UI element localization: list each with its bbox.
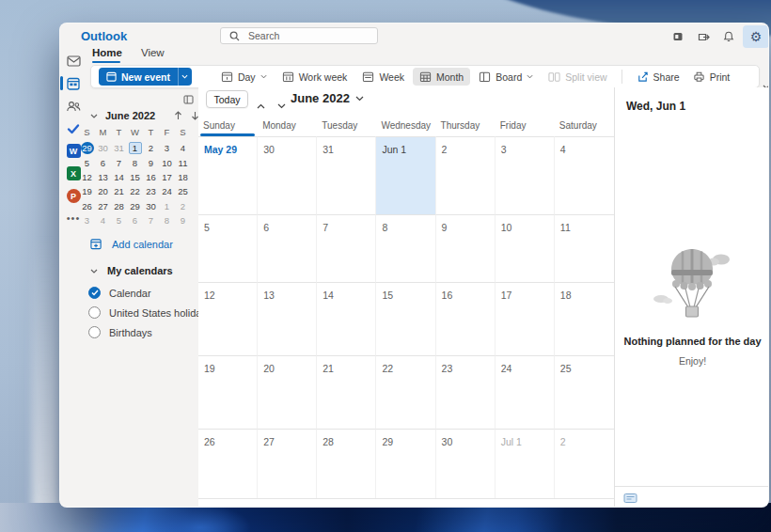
next-period-icon[interactable] — [277, 96, 286, 113]
calendar-cell[interactable]: 5 — [198, 214, 258, 282]
calendar-cell[interactable]: 13 — [258, 282, 317, 355]
calendar-cell[interactable]: 24 — [496, 355, 555, 429]
calendar-cell[interactable]: 29 — [376, 429, 435, 498]
mini-day[interactable]: 27 — [97, 200, 110, 213]
calendar-cell[interactable]: 2 — [436, 136, 496, 214]
agenda-footer-icon[interactable] — [623, 493, 637, 504]
mini-day[interactable]: 7 — [113, 156, 126, 169]
mini-day[interactable]: 28 — [113, 200, 126, 213]
calendar-cell[interactable]: May 29 — [198, 136, 258, 214]
share-button[interactable]: Share — [630, 68, 686, 86]
calendar-cell[interactable]: 21 — [317, 355, 376, 429]
mini-day[interactable]: 1 — [129, 142, 142, 155]
calendar-cell[interactable]: 23 — [436, 355, 496, 429]
unchecked-circle-icon[interactable] — [88, 306, 101, 319]
view-work-week-button[interactable]: Work week — [275, 68, 354, 86]
tab-view[interactable]: View — [141, 47, 165, 63]
mini-day[interactable]: 8 — [161, 214, 174, 227]
calendar-cell[interactable]: 28 — [317, 429, 376, 498]
calendar-list-item[interactable]: Birthdays — [88, 322, 197, 342]
mini-day[interactable]: 11 — [177, 156, 190, 169]
feedback-icon[interactable] — [692, 25, 715, 48]
mini-day[interactable]: 25 — [177, 185, 190, 198]
calendar-cell[interactable]: Jul 1 — [496, 429, 555, 498]
rail-people-icon[interactable] — [60, 95, 87, 117]
calendar-cell[interactable]: 18 — [555, 282, 614, 355]
view-week-button[interactable]: Week — [355, 68, 411, 86]
view-day-button[interactable]: Day — [214, 68, 274, 86]
calendar-cell[interactable]: 25 — [555, 355, 614, 429]
mini-day[interactable]: 4 — [97, 214, 110, 227]
calendar-cell[interactable]: 22 — [376, 355, 435, 429]
calendar-cell[interactable]: 30 — [436, 429, 496, 498]
calendar-cell[interactable]: 19 — [198, 355, 258, 429]
mini-day[interactable]: 13 — [97, 171, 110, 184]
month-picker[interactable]: June 2022 — [291, 91, 364, 105]
mini-day[interactable]: 30 — [145, 200, 158, 213]
mini-day[interactable]: 2 — [177, 200, 190, 213]
calendar-cell[interactable]: 17 — [496, 282, 555, 355]
calendar-cell[interactable]: 15 — [376, 282, 435, 355]
my-calendars-group[interactable]: My calendars — [90, 265, 173, 276]
mini-day[interactable]: 15 — [129, 171, 142, 184]
mini-day[interactable]: 9 — [177, 214, 190, 227]
calendar-cell[interactable]: 20 — [258, 355, 317, 429]
add-calendar-button[interactable]: Add calendar — [90, 238, 173, 250]
calendar-cell[interactable]: 16 — [436, 282, 496, 355]
unchecked-circle-icon[interactable] — [88, 326, 101, 338]
calendar-cell[interactable]: 14 — [317, 282, 376, 355]
mini-day[interactable]: 29 — [129, 200, 142, 213]
calendar-cell[interactable]: 30 — [258, 136, 317, 214]
calendar-list-item[interactable]: United States holidays — [88, 303, 197, 322]
mini-day[interactable]: 8 — [129, 156, 142, 169]
chevron-down-icon[interactable] — [90, 114, 98, 118]
previous-period-icon[interactable] — [257, 96, 265, 113]
calendar-list-item[interactable]: Calendar — [88, 283, 197, 303]
calendar-cell[interactable]: 8 — [376, 214, 435, 282]
mini-day[interactable]: 23 — [145, 185, 158, 198]
collapse-pane-icon[interactable] — [183, 91, 194, 108]
settings-icon[interactable]: ⚙ — [743, 25, 769, 48]
calendar-cell[interactable]: 27 — [258, 429, 317, 498]
calendar-cell[interactable]: 11 — [555, 214, 614, 282]
rail-calendar-icon[interactable] — [60, 72, 87, 94]
view-split-view-button[interactable]: Split view — [542, 68, 613, 86]
new-event-dropdown[interactable] — [178, 68, 192, 86]
calendar-cell[interactable]: 9 — [436, 214, 496, 282]
today-button[interactable]: Today — [206, 90, 248, 108]
calendar-cell[interactable]: 31 — [317, 136, 376, 214]
calendar-cell[interactable]: 12 — [198, 282, 258, 355]
checked-circle-icon[interactable] — [88, 287, 101, 299]
mini-month-label[interactable]: June 2022 — [105, 110, 155, 121]
mini-day[interactable]: 22 — [129, 185, 142, 198]
mini-day[interactable]: 20 — [97, 185, 110, 198]
mini-day[interactable]: 7 — [145, 214, 158, 227]
mini-day[interactable]: 24 — [161, 185, 174, 198]
print-button[interactable]: Print — [686, 68, 737, 86]
mini-day[interactable]: 30 — [97, 142, 110, 155]
new-event-button[interactable]: New event — [99, 68, 192, 86]
mini-day[interactable]: 21 — [113, 185, 126, 198]
calendar-cell[interactable]: 3 — [496, 136, 555, 214]
calendar-cell[interactable]: 26 — [198, 429, 258, 498]
mini-day[interactable]: 4 — [177, 142, 190, 155]
rail-mail-icon[interactable] — [60, 50, 87, 71]
mini-day[interactable]: 18 — [177, 171, 190, 184]
mini-day[interactable]: 29 — [81, 142, 94, 155]
mini-day[interactable]: 12 — [81, 171, 94, 184]
calendar-cell[interactable]: 4 — [555, 136, 614, 214]
mini-day[interactable]: 6 — [97, 156, 110, 169]
prev-month-arrow-icon[interactable] — [174, 111, 182, 120]
view-month-button[interactable]: Month — [413, 68, 470, 86]
mini-day[interactable]: 19 — [81, 185, 94, 198]
calendar-cell[interactable]: Jun 1 — [376, 136, 435, 214]
calendar-cell[interactable]: 10 — [496, 214, 555, 282]
mini-day[interactable]: 5 — [113, 214, 126, 227]
mini-day[interactable]: 31 — [113, 142, 126, 155]
mini-day[interactable]: 1 — [161, 200, 174, 213]
tab-home[interactable]: Home — [92, 47, 122, 63]
mini-day[interactable]: 9 — [145, 156, 158, 169]
mini-day[interactable]: 5 — [81, 156, 94, 169]
view-board-button[interactable]: Board — [472, 68, 540, 86]
mini-day[interactable]: 3 — [81, 214, 94, 227]
